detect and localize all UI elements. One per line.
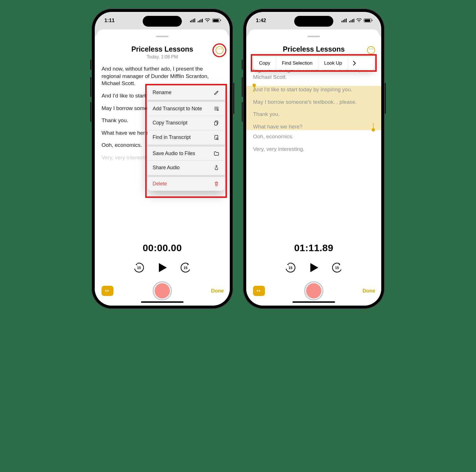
- share-icon: [213, 165, 220, 171]
- skip-back-15-button[interactable]: 15: [133, 262, 145, 273]
- record-button[interactable]: [153, 281, 172, 300]
- transcript-area[interactable]: And now, without further ado, I present …: [95, 60, 230, 240]
- fade-overlay: [95, 220, 230, 240]
- menu-find-in-transcript[interactable]: Find in Transcript: [148, 130, 225, 147]
- power-button: [233, 83, 234, 114]
- status-time: 1:42: [256, 18, 266, 24]
- main-sheet: Priceless Lessons Today, 1:08 PM ··· And…: [95, 33, 230, 306]
- transcript-line[interactable]: What have we here?: [253, 123, 374, 130]
- transcript-toggle-button[interactable]: [102, 286, 113, 296]
- menu-copy-transcript[interactable]: Copy Transcript: [148, 116, 225, 130]
- fade-overlay: [246, 220, 381, 240]
- sheet-stack: Priceless Lessons ··· Copy Find Selectio…: [246, 29, 381, 306]
- volume-down-button: [90, 102, 91, 122]
- svg-text:15: 15: [335, 266, 339, 270]
- status-time: 1:11: [104, 18, 115, 24]
- more-button[interactable]: ···: [216, 46, 224, 54]
- svg-point-3: [216, 138, 218, 139]
- title-row: Priceless Lessons Today, 1:08 PM ···: [95, 37, 230, 60]
- transcript-line[interactable]: And I'd like to start today by inspiring…: [253, 86, 374, 93]
- menu-label: Rename: [153, 89, 171, 96]
- recording-subtitle: Today, 1:08 PM: [100, 54, 224, 60]
- side-button: [90, 60, 91, 70]
- transcript-area[interactable]: And now, without further ado, I present …: [246, 53, 381, 240]
- home-indicator[interactable]: [292, 301, 335, 303]
- quote-icon: [256, 288, 262, 293]
- status-icons: [342, 18, 372, 22]
- play-button[interactable]: [307, 261, 320, 274]
- skip-forward-15-button[interactable]: 15: [180, 262, 191, 273]
- signal-icon: [198, 19, 203, 22]
- play-button[interactable]: [156, 261, 169, 274]
- transcript-toggle-button[interactable]: [253, 286, 265, 296]
- menu-rename[interactable]: Rename: [148, 86, 225, 102]
- menu-label: Delete: [153, 181, 167, 187]
- player-controls: 01:11.89 15 15 Done: [246, 240, 381, 306]
- transcript-line[interactable]: And now, without further ado, I present …: [102, 65, 223, 87]
- dynamic-island: [143, 16, 182, 27]
- power-button: [385, 83, 386, 114]
- transcript-line[interactable]: Thank you.: [253, 111, 374, 118]
- doc-on-doc-icon: [213, 120, 220, 126]
- quote-icon: [104, 288, 111, 293]
- home-indicator[interactable]: [141, 301, 184, 303]
- playback-time: 01:11.89: [253, 242, 374, 253]
- transcript-line[interactable]: May I borrow someone's textbook. , pleas…: [253, 98, 374, 106]
- recording-title: Priceless Lessons: [252, 45, 376, 53]
- battery-icon: [212, 18, 220, 22]
- menu-share-audio[interactable]: Share Audio: [148, 161, 225, 177]
- done-button[interactable]: Done: [363, 288, 374, 294]
- done-button[interactable]: Done: [211, 288, 223, 294]
- popup-look-up[interactable]: Look Up: [318, 57, 348, 70]
- popup-copy[interactable]: Copy: [253, 57, 276, 70]
- menu-delete[interactable]: Delete: [148, 177, 225, 191]
- status-icons: [190, 18, 220, 22]
- svg-text:15: 15: [184, 266, 188, 270]
- doc-search-icon: [213, 135, 220, 140]
- ellipsis-icon: ···: [218, 47, 222, 51]
- screen: 1:11 Priceless Lessons Today, 1:08 PM ··…: [95, 12, 230, 306]
- side-button: [242, 60, 243, 70]
- svg-rect-1: [214, 122, 217, 125]
- phone-right: 1:42 Priceless Lessons ··· Copy: [243, 9, 385, 309]
- text-add-icon: [213, 106, 220, 111]
- recording-title: Priceless Lessons: [100, 45, 224, 53]
- battery-icon: [364, 18, 372, 22]
- transcript-line[interactable]: Very, very interesting.: [253, 145, 374, 153]
- chevron-right-icon: [353, 61, 356, 66]
- volume-down-button: [242, 102, 243, 122]
- selection-popup: Copy Find Selection Look Up: [253, 56, 374, 70]
- wifi-icon: [205, 18, 210, 22]
- popup-more[interactable]: [348, 57, 361, 70]
- folder-icon: [213, 151, 220, 156]
- context-menu: Rename Add Transcript to Note Copy Trans…: [148, 86, 225, 191]
- selection-highlight[interactable]: And I'd like to start today by inspiring…: [246, 86, 381, 130]
- menu-add-to-note[interactable]: Add Transcript to Note: [148, 102, 225, 116]
- selection-handle-end[interactable]: [372, 128, 375, 132]
- selection-handle-start[interactable]: [252, 84, 256, 87]
- menu-label: Find in Transcript: [153, 134, 191, 141]
- skip-forward-15-button[interactable]: 15: [331, 262, 343, 273]
- svg-text:15: 15: [288, 266, 292, 270]
- ellipsis-icon: ···: [369, 47, 374, 51]
- transcript-line[interactable]: Ooh, economics.: [253, 133, 374, 140]
- pencil-icon: [213, 90, 220, 95]
- menu-label: Share Audio: [153, 164, 180, 171]
- skip-back-15-button[interactable]: 15: [285, 262, 296, 273]
- record-button[interactable]: [304, 281, 323, 300]
- volume-up-button: [242, 77, 243, 97]
- menu-label: Copy Transcript: [153, 120, 188, 126]
- signal-icon: [349, 19, 354, 22]
- selection-popup-wrap: Copy Find Selection Look Up: [253, 56, 374, 70]
- popup-find-selection[interactable]: Find Selection: [276, 57, 319, 70]
- signal-secondary-icon: [190, 19, 195, 22]
- player-controls: 00:00.00 15 15 Done: [95, 240, 230, 306]
- phone-left: 1:11 Priceless Lessons Today, 1:08 PM ··…: [91, 9, 233, 309]
- menu-label: Save Audio to Files: [153, 150, 195, 157]
- playback-time: 00:00.00: [102, 242, 223, 253]
- more-button[interactable]: ···: [367, 46, 375, 54]
- record-inner: [306, 283, 321, 299]
- main-sheet: Priceless Lessons ··· Copy Find Selectio…: [246, 33, 381, 306]
- signal-secondary-icon: [342, 19, 347, 22]
- menu-save-audio[interactable]: Save Audio to Files: [148, 147, 225, 161]
